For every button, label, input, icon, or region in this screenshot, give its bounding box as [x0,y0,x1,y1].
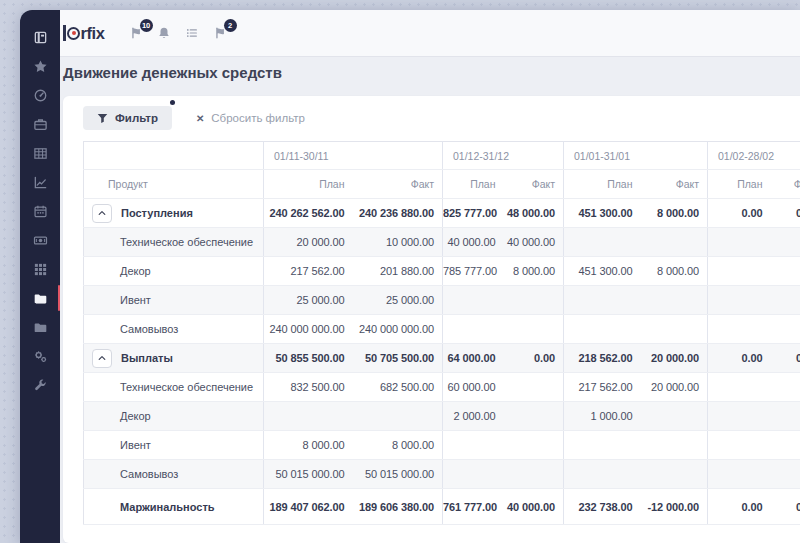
sidebar-item-table[interactable] [20,139,60,167]
close-icon: ✕ [196,113,204,124]
period-header: 01/11-30/11 [264,142,443,170]
filter-button-label: Фильтр [115,112,158,124]
period-header: 01/12-31/12 [443,142,564,170]
filter-toolbar: Фильтр ✕ Сбросить фильтр [83,106,800,130]
fact-value-cell [641,431,708,460]
fact-value-cell [771,257,800,286]
collapse-button[interactable] [92,204,112,223]
fact-value-cell [771,431,800,460]
reset-filter-button[interactable]: ✕ Сбросить фильтр [196,112,305,124]
filter-button[interactable]: Фильтр [83,106,172,130]
bell-button[interactable] [157,26,171,40]
payments-icon [33,233,48,248]
period-header: 01/02-28/02 [708,142,800,170]
sidebar-item-briefcase[interactable] [20,110,60,138]
product-cell: Техническое обеспечение [84,373,264,402]
sidebar-item-wrench[interactable] [20,371,60,399]
fact-value-cell: 0.00 [504,344,564,373]
tasks-list-button[interactable] [185,26,199,40]
briefcase-icon [33,117,48,132]
plan-value-cell: 25 000.00 [264,286,353,315]
fact-value-cell [504,431,564,460]
plan-value-cell [564,431,641,460]
fact-value-cell [771,286,800,315]
sidebar-item-journal[interactable] [20,23,60,51]
row-label: Поступления [121,207,193,219]
fact-value-cell: 20 000.00 [641,373,708,402]
plan-value-cell: 218 562.00 [564,344,641,373]
plan-value-cell [708,460,771,489]
plan-value-cell [708,402,771,431]
plan-value-cell [443,460,504,489]
plan-value-cell: 451 300.00 [564,199,641,228]
fact-column-header: Факт [353,170,443,199]
fact-value-cell: 8 000.00 [641,199,708,228]
row-label: Маржинальность [84,501,263,513]
fact-value-cell [641,228,708,257]
notifications-flag-button[interactable]: 10 [129,26,143,40]
fact-value-cell: 40 000.00 [504,489,564,525]
plan-value-cell [443,431,504,460]
fact-value-cell [504,315,564,344]
dashboard-icon [33,88,48,103]
alert-count-badge: 2 [224,19,237,32]
sidebar-item-folder[interactable] [20,313,60,341]
period-header: 01/01-31/01 [564,142,708,170]
plan-value-cell [708,431,771,460]
plan-value-cell: 50 855 500.00 [264,344,353,373]
sidebar-item-gears[interactable] [20,342,60,370]
plan-value-cell [564,460,641,489]
plan-value-cell [708,315,771,344]
top-header: rfix 10 2 [60,10,800,57]
product-cell: Декор [84,402,264,431]
plan-value-cell [564,315,641,344]
logo-c-mark [67,27,80,40]
fact-value-cell [641,460,708,489]
plan-value-cell [443,315,504,344]
period-header-row: 01/11-30/1101/12-31/1201/01-31/0101/02-2… [84,142,800,170]
alerts-flag-button[interactable]: 2 [213,26,227,40]
row-label: Самовывоз [84,468,263,480]
fact-value-cell: 0.00 [771,199,800,228]
sidebar-item-folder-open[interactable] [20,284,60,312]
app-window: rfix 10 2 Движение денежны [20,10,800,543]
active-filter-dot [170,100,175,105]
plan-value-cell: 0.00 [708,344,771,373]
fact-value-cell: 0.00 [771,489,800,525]
table-row: Самовывоз240 000 000.00240 000 000.00 [84,315,800,344]
fact-value-cell [504,460,564,489]
plan-value-cell: 217 562.00 [264,257,353,286]
plan-value-cell: 20 000.00 [264,228,353,257]
plan-value-cell [564,286,641,315]
fact-value-cell [771,228,800,257]
sidebar [20,10,60,543]
corfix-logo[interactable]: rfix [63,24,105,43]
chevron-up-icon [98,209,106,217]
fact-value-cell [771,373,800,402]
calendar-icon [33,204,48,219]
sidebar-item-calendar[interactable] [20,197,60,225]
sidebar-item-star[interactable] [20,52,60,80]
funnel-icon [97,113,108,124]
chevron-up-icon [98,354,106,362]
row-label: Техническое обеспечение [84,381,263,393]
wrench-icon [33,378,48,393]
fact-value-cell: 20 000.00 [641,344,708,373]
plan-value-cell [708,373,771,402]
sidebar-item-grid[interactable] [20,255,60,283]
fact-value-cell: 10 000.00 [353,228,443,257]
plan-value-cell: 1 000.00 [564,402,641,431]
plan-value-cell: 832 500.00 [264,373,353,402]
list-icon [185,26,199,40]
sidebar-item-chart[interactable] [20,168,60,196]
plan-value-cell: 0.00 [708,199,771,228]
plan-value-cell [264,402,353,431]
row-label: Техническое обеспечение [84,236,263,248]
sidebar-item-dashboard[interactable] [20,81,60,109]
collapse-button[interactable] [92,349,112,368]
reset-filter-label: Сбросить фильтр [211,112,305,124]
sidebar-item-payments[interactable] [20,226,60,254]
report-card: Фильтр ✕ Сбросить фильтр 01/11-30/1101/1… [63,96,800,543]
table-row: Ивент8 000.008 000.00 [84,431,800,460]
plan-value-cell: 0.00 [708,489,771,525]
